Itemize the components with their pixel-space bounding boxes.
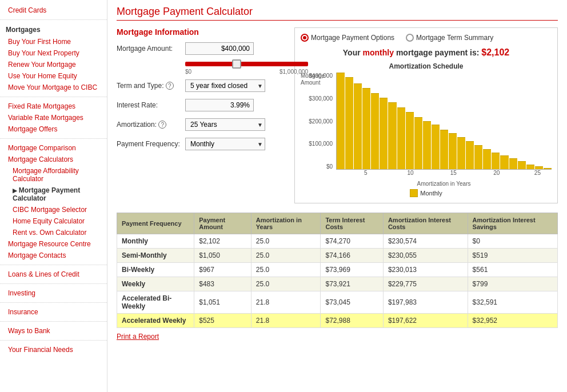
radio-payment-options[interactable]: Mortgage Payment Options bbox=[301, 34, 394, 42]
col-header-amort-interest: Amortization Interest Costs bbox=[383, 213, 468, 234]
sidebar-item-credit-cards[interactable]: Credit Cards bbox=[0, 5, 107, 16]
page-title: Mortgage Payment Calculator bbox=[117, 6, 558, 21]
table-cell-0-3: $74,270 bbox=[321, 234, 383, 249]
table-row: Weekly$48325.0$73,921$229,775$799 bbox=[117, 277, 558, 291]
chart-bar-17 bbox=[474, 145, 482, 169]
chart-bar-24 bbox=[535, 166, 543, 169]
radio-payment-btn bbox=[301, 34, 309, 42]
chart-bar-8 bbox=[397, 107, 405, 169]
mortgage-slider-thumb[interactable] bbox=[232, 59, 241, 69]
table-cell-3-5: $799 bbox=[468, 277, 557, 291]
chart-bar-25 bbox=[544, 168, 552, 169]
sidebar-item-variable-rate[interactable]: Variable Rate Mortgages bbox=[0, 112, 107, 123]
table-cell-3-1: $483 bbox=[194, 277, 251, 291]
table-cell-2-1: $967 bbox=[194, 263, 251, 277]
sidebar-item-use-home-equity[interactable]: Use Your Home Equity bbox=[0, 70, 107, 82]
chart-x-axis-title: Amortization in Years bbox=[336, 181, 552, 187]
interest-rate-label: Interest Rate: bbox=[117, 101, 185, 109]
sidebar-item-home-equity-calc[interactable]: Home Equity Calculator bbox=[0, 215, 107, 227]
mortgage-amount-input[interactable] bbox=[185, 42, 254, 55]
sidebar-item-ways-to-bank[interactable]: Ways to Bank bbox=[0, 325, 107, 337]
table-cell-5-5: $32,952 bbox=[468, 314, 557, 328]
table-cell-0-5: $0 bbox=[468, 234, 557, 249]
mortgage-info-title: Mortgage Information bbox=[117, 27, 285, 37]
table-cell-3-0: Weekly bbox=[117, 277, 194, 291]
table-cell-2-5: $561 bbox=[468, 263, 557, 277]
x-label-15: 15 bbox=[450, 170, 457, 176]
table-cell-4-0: Accelerated Bi-Weekly bbox=[117, 291, 194, 314]
table-cell-5-1: $525 bbox=[194, 314, 251, 328]
table-section: Payment Frequency Payment Amount Amortiz… bbox=[117, 213, 558, 328]
sidebar-item-buy-next-property[interactable]: Buy Your Next Property bbox=[0, 47, 107, 59]
sidebar-item-affordability[interactable]: Mortgage Affordability Calculator bbox=[0, 165, 107, 185]
payment-amount: $2,102 bbox=[481, 47, 509, 57]
term-select-wrapper: 5 year fixed closed ▼ bbox=[185, 79, 265, 92]
radio-term-label: Mortgage Term Summary bbox=[416, 34, 493, 42]
table-cell-4-1: $1,051 bbox=[194, 291, 251, 314]
table-cell-2-3: $73,969 bbox=[321, 263, 383, 277]
payment-frequency-select[interactable]: Monthly bbox=[185, 138, 265, 150]
mortgage-slider-container: $0 $1,000,000 bbox=[185, 62, 308, 75]
sidebar-item-loans[interactable]: Loans & Lines of Credit bbox=[0, 269, 107, 280]
mortgage-slider-track[interactable] bbox=[185, 62, 308, 66]
x-label-5: 5 bbox=[364, 170, 368, 176]
chart-bar-16 bbox=[466, 141, 474, 169]
term-select[interactable]: 5 year fixed closed bbox=[185, 79, 265, 92]
chart-bar-11 bbox=[423, 121, 431, 170]
table-row: Monthly$2,10225.0$74,270$230,574$0 bbox=[117, 234, 558, 249]
sidebar-item-investing[interactable]: Investing bbox=[0, 287, 107, 299]
chart-bar-21 bbox=[509, 158, 517, 169]
sidebar: Credit Cards Mortgages Buy Your First Ho… bbox=[0, 0, 107, 392]
chart-title: Amortization Schedule bbox=[301, 62, 552, 70]
table-cell-3-3: $73,921 bbox=[321, 277, 383, 291]
chart-bar-1 bbox=[337, 73, 345, 169]
sidebar-item-rent-own[interactable]: Rent vs. Own Calculator bbox=[0, 227, 107, 238]
sidebar-item-contacts[interactable]: Mortgage Contacts bbox=[0, 250, 107, 261]
sidebar-item-insurance[interactable]: Insurance bbox=[0, 306, 107, 318]
chart-body bbox=[336, 73, 552, 170]
chart-bar-19 bbox=[492, 153, 500, 169]
chart-bar-23 bbox=[526, 165, 534, 169]
sidebar-category-mortgages[interactable]: Mortgages bbox=[0, 23, 107, 36]
print-report-link[interactable]: Print a Report bbox=[117, 333, 159, 341]
table-body: Monthly$2,10225.0$74,270$230,574$0Semi-M… bbox=[117, 234, 558, 328]
table-cell-3-2: 25.0 bbox=[251, 277, 321, 291]
table-cell-1-4: $230,055 bbox=[383, 249, 468, 263]
amort-help-icon[interactable]: ? bbox=[158, 121, 166, 129]
sidebar-item-buy-first-home[interactable]: Buy Your First Home bbox=[0, 36, 107, 47]
sidebar-item-cibc-selector[interactable]: CIBC Mortgage Selector bbox=[0, 204, 107, 215]
col-header-amort-years: Amortization in Years bbox=[251, 213, 321, 234]
sidebar-item-resource-centre[interactable]: Mortgage Resource Centre bbox=[0, 238, 107, 250]
sidebar-item-payment-calc[interactable]: Mortgage Payment Calculator bbox=[0, 185, 107, 204]
col-header-term-interest: Term Interest Costs bbox=[321, 213, 383, 234]
interest-rate-input[interactable] bbox=[185, 99, 254, 111]
chart-bar-7 bbox=[388, 102, 396, 169]
amortization-row: Amortization: ? 25 Years ▼ bbox=[117, 118, 285, 131]
sidebar-item-renew-mortgage[interactable]: Renew Your Mortgage bbox=[0, 59, 107, 70]
radio-term-summary[interactable]: Mortgage Term Summary bbox=[406, 34, 493, 42]
table-cell-2-2: 25.0 bbox=[251, 263, 321, 277]
table-cell-2-4: $230,013 bbox=[383, 263, 468, 277]
term-help-icon[interactable]: ? bbox=[166, 82, 174, 90]
table-cell-0-0: Monthly bbox=[117, 234, 194, 249]
table-cell-1-0: Semi-Monthly bbox=[117, 249, 194, 263]
table-row: Bi-Weekly$96725.0$73,969$230,013$561 bbox=[117, 263, 558, 277]
y-label-200k: $200,000 bbox=[309, 118, 333, 125]
chart-bar-9 bbox=[406, 112, 414, 169]
payment-prefix: Your bbox=[343, 48, 363, 57]
sidebar-item-mortgage-calculators[interactable]: Mortgage Calculators bbox=[0, 154, 107, 165]
y-label-100k: $100,000 bbox=[309, 141, 333, 147]
table-cell-1-5: $519 bbox=[468, 249, 557, 263]
chart-bar-15 bbox=[457, 137, 465, 169]
legend-color-box bbox=[410, 189, 418, 197]
sidebar-item-financial-needs[interactable]: Your Financial Needs bbox=[0, 344, 107, 355]
sidebar-item-move-mortgage[interactable]: Move Your Mortgage to CIBC bbox=[0, 82, 107, 93]
table-row: Accelerated Bi-Weekly$1,05121.8$73,045$1… bbox=[117, 291, 558, 314]
sidebar-item-mortgage-comparison[interactable]: Mortgage Comparison bbox=[0, 142, 107, 154]
sidebar-item-mortgage-offers[interactable]: Mortgage Offers bbox=[0, 123, 107, 135]
amortization-select[interactable]: 25 Years bbox=[185, 118, 265, 131]
chart-bar-13 bbox=[440, 130, 448, 169]
table-header-row: Payment Frequency Payment Amount Amortiz… bbox=[117, 213, 558, 234]
legend-label: Monthly bbox=[420, 190, 442, 197]
sidebar-item-fixed-rate[interactable]: Fixed Rate Mortgages bbox=[0, 101, 107, 112]
